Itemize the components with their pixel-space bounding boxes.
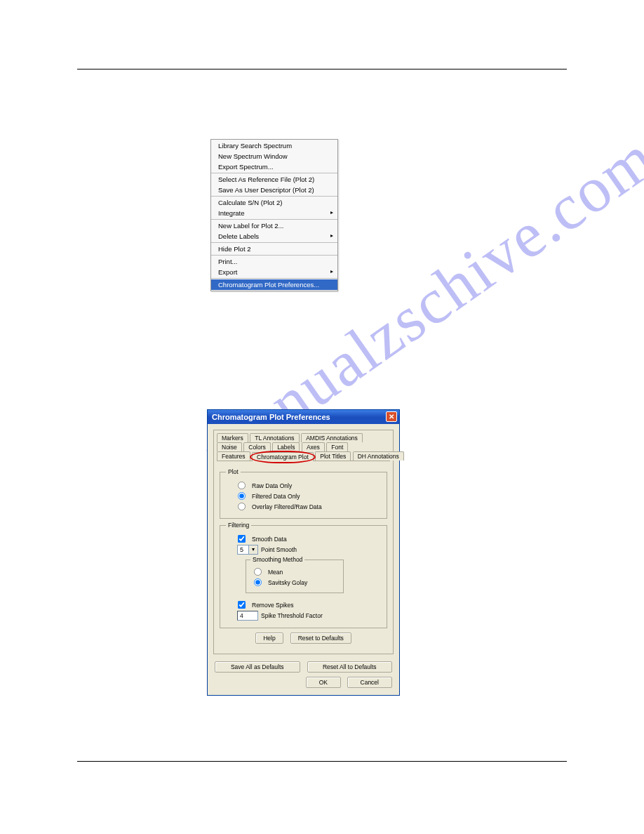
menu-print[interactable]: Print... [211, 256, 337, 267]
tab-features[interactable]: Features [217, 451, 250, 461]
tab-plot-titles[interactable]: Plot Titles [315, 451, 351, 461]
label-remove-spikes: Remove Spikes [252, 602, 294, 609]
filtering-group: Filtering Smooth Data 5 Point Smooth Smo… [220, 522, 387, 628]
radio-raw-data-only[interactable] [238, 482, 246, 489]
radio-overlay-filtered-raw[interactable] [238, 503, 246, 510]
tab-amdis-annotations[interactable]: AMDIS Annotations [301, 433, 363, 442]
tab-chromatogram-plot[interactable]: Chromatogram Plot [252, 452, 314, 461]
help-button[interactable]: Help [255, 633, 283, 644]
radio-savitsky-golay[interactable] [254, 578, 262, 586]
plot-legend: Plot [226, 468, 241, 475]
menu-select-as-reference-file[interactable]: Select As Reference File (Plot 2) [211, 174, 337, 185]
menu-calculate-sn[interactable]: Calculate S/N (Plot 2) [211, 197, 337, 208]
menu-save-as-user-descriptor[interactable]: Save As User Descriptor (Plot 2) [211, 185, 337, 195]
point-smooth-combo[interactable]: 5 [237, 545, 258, 555]
label-smooth-data: Smooth Data [252, 536, 287, 543]
plot-group: Plot Raw Data Only Filtered Data Only Ov… [220, 468, 387, 519]
tab-noise[interactable]: Noise [217, 442, 242, 451]
smoothing-method-legend: Smoothing Method [250, 556, 304, 563]
menu-export-spectrum[interactable]: Export Spectrum... [211, 161, 337, 172]
radio-mean[interactable] [254, 568, 262, 576]
label-overlay-filtered-raw: Overlay Filtered/Raw Data [252, 503, 322, 510]
context-menu: Library Search Spectrum New Spectrum Win… [210, 139, 338, 291]
filtering-legend: Filtering [226, 522, 251, 529]
menu-hide-plot[interactable]: Hide Plot 2 [211, 244, 337, 254]
preferences-dialog: Chromatogram Plot Preferences ✕ Markers … [207, 409, 400, 696]
save-all-as-defaults-button[interactable]: Save All as Defaults [215, 661, 300, 673]
radio-filtered-data-only[interactable] [238, 492, 246, 500]
menu-new-label-for-plot[interactable]: New Label for Plot 2... [211, 220, 337, 231]
checkbox-remove-spikes[interactable] [238, 601, 246, 609]
top-rule [77, 69, 567, 70]
label-mean: Mean [268, 569, 283, 576]
label-savitsky-golay: Savitsky Golay [268, 579, 307, 586]
tab-axes[interactable]: Axes [302, 442, 325, 451]
smoothing-method-group: Smoothing Method Mean Savitsky Golay [246, 556, 344, 593]
menu-new-spectrum-window[interactable]: New Spectrum Window [211, 151, 337, 161]
bottom-rule [77, 761, 567, 762]
cancel-button[interactable]: Cancel [347, 677, 392, 688]
menu-delete-labels[interactable]: Delete Labels [211, 231, 337, 241]
tab-colors[interactable]: Colors [243, 442, 271, 451]
label-raw-data-only: Raw Data Only [252, 482, 292, 489]
tab-font[interactable]: Font [326, 442, 348, 451]
label-spike-threshold: Spike Threshold Factor [261, 612, 323, 619]
tab-control: Markers TL Annotations AMDIS Annotations… [213, 430, 394, 654]
reset-to-defaults-button[interactable]: Reset to Defaults [290, 633, 351, 644]
tab-tl-annotations[interactable]: TL Annotations [250, 433, 299, 442]
label-point-smooth: Point Smooth [261, 546, 297, 553]
tab-dh-annotations[interactable]: DH Annotations [353, 451, 404, 461]
checkbox-smooth-data[interactable] [238, 535, 246, 543]
reset-all-to-defaults-button[interactable]: Reset All to Defaults [307, 661, 393, 673]
label-filtered-data-only: Filtered Data Only [252, 493, 300, 500]
ok-button[interactable]: OK [306, 677, 341, 688]
close-icon[interactable]: ✕ [386, 411, 397, 422]
menu-export[interactable]: Export [211, 267, 337, 277]
spike-threshold-input[interactable]: 4 [237, 611, 258, 621]
tab-labels[interactable]: Labels [272, 442, 300, 451]
menu-integrate[interactable]: Integrate [211, 208, 337, 218]
dialog-titlebar: Chromatogram Plot Preferences ✕ [208, 410, 399, 424]
menu-library-search-spectrum[interactable]: Library Search Spectrum [211, 140, 337, 151]
tab-markers[interactable]: Markers [217, 433, 248, 442]
dialog-title: Chromatogram Plot Preferences [212, 413, 330, 421]
menu-chromatogram-plot-preferences[interactable]: Chromatogram Plot Preferences... [211, 279, 337, 290]
